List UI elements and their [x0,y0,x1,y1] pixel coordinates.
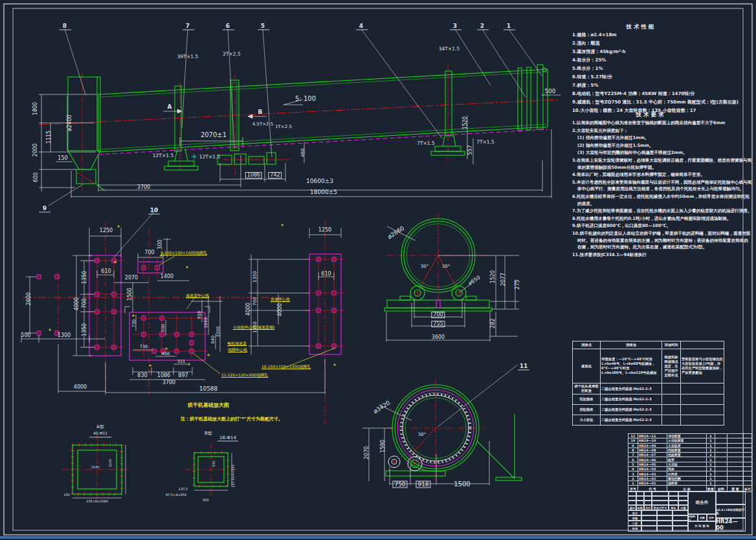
anchor-bolts [36,256,337,354]
bom-cell: 3 [628,471,638,476]
text-line: 10.烘干机旋向的判定是以人体站立在烘干炉端，即是烘干机的进料端，面对出料端，观… [572,230,752,251]
bom-cell: 挡轮装置 [667,448,707,452]
assembly-label: 组合件 [687,491,717,515]
bom-cell [744,443,752,448]
bom-cell: 1 [707,481,715,485]
lub-cell [662,415,681,426]
bom-cell: 小齿轮装置 [667,438,707,443]
title-block-right: ø2.4×18米转筒烘干机 HR24—00 [715,491,744,530]
bom-cell: HR24—06 [638,457,667,462]
bom-cell [744,481,752,485]
cyan-marker [192,154,197,159]
bom-cell [744,457,752,462]
bom-cell [744,448,752,452]
bom-cell: 6 [628,457,638,462]
lub-header [681,341,724,349]
text-line: 5.本设计考虑挡轮全部承受筒体轴向载荷与以前设计不同，因而必须严格保证托轮轴中心… [572,179,752,193]
bom-cell: 1 [707,457,715,462]
lub-cell: 减速机 [573,349,601,383]
bom-cell [728,448,744,452]
bom-cell [728,453,744,457]
lub-cell: 二硫化钼复合钙基脂 MoS2-2-3 [601,394,662,405]
text-line: 4.初水分：25% [572,56,748,65]
bom-cell [728,476,744,481]
bom-cell [715,457,728,462]
lub-header: 润滑油 [601,341,662,349]
bom-cell: 1 [707,443,715,448]
sheet-count: 共 张 第 张 [687,521,717,532]
bom-cell: 大齿轮罩 [667,443,707,448]
bom-cell [728,467,744,471]
title-block-center: 组合件 阶段标记 质量 比例 共 张 第 张 [687,491,715,530]
note-leaders [159,256,335,374]
bom-cell [728,438,744,443]
bom-cell [728,443,744,448]
bom-cell: 进料罩 [667,481,707,485]
bom-cell [728,462,744,466]
bom-cell: 1 [707,434,715,438]
bom-cell: 1 [707,448,715,452]
text-line: 11.技术要求按JC334.1—94标准执行 [572,252,752,259]
text-line: 6.托轮水槽应经常保持一定水位，使托轮轮缘浸入水中约50mm，并经常使水保持清洁… [572,193,752,207]
bom-cell: HR24—07 [638,453,667,457]
section-b-view [386,385,522,481]
drawing-sheet: 87654321910111800ø2400111520006001503700… [0,0,756,540]
bom-cell: 1 [707,476,715,481]
lub-cell: 二硫化钼复合钙基脂 MoS2-2-3 [601,383,662,394]
text-line: 7.为了减少托轮和轮带表面磨损，应在托轮水槽的水面上加入少量的粘度较大的机油进行… [572,208,752,215]
bom-cell: HR24—08 [638,448,667,452]
drawing-number: HR24—00 [715,517,746,532]
tech-requirements-title: 技 术 要 求 [572,111,728,119]
bom-cell: HR24—01 [638,481,667,485]
bom-cell: HR24—04 [638,467,667,471]
bom-cell: 8 [628,448,638,452]
text-line: 9.烘干机进口温度800℃，出口温度80—100℃。 [572,222,752,230]
bom-cell [744,467,752,471]
lub-cell [681,394,724,405]
bom-cell [715,481,728,485]
lub-cell: 安装前应将与小齿轮啮合的大齿轮轮齿涂上Ⅰ号脂，并在试生产时定期重新涂刷，产后更换… [681,349,724,383]
text-line: 7.斜度：5% [572,81,748,90]
bom-cell: 1 [628,481,638,485]
drum-side-view [68,65,548,191]
lub-cell: 挡轮轴承 [573,405,601,415]
bom-cell [728,457,744,462]
lub-cell: 环境温度：—10℃~+40℃时用 L-cke46号、L-cke68号机械油， 0… [601,349,662,383]
bom-cell [715,434,728,438]
bom-cell: 轮带 [667,457,707,462]
bom-cell [715,467,728,471]
bom-cell [744,476,752,481]
lub-cell: 托轮轴承 [573,394,601,405]
tech-performance-title: 技 术 性 能 [572,23,708,31]
role-cell [672,525,689,532]
lub-cell: 二硫化钼复合钙基脂 MoS2-2-3 [601,405,662,415]
bom-cell [715,438,728,443]
role-cell [641,525,658,532]
lub-cell [681,415,724,426]
bom-cell: 5 [628,462,638,466]
bom-cell [744,462,752,466]
tech-requirements-items: 1.以筒体的两端面中心线为准在垂直于轴线的断面上的两点径向偏差不大于6mm2.大… [572,120,752,258]
lub-header: 润滑点 [573,341,601,349]
bom-cell [728,481,744,485]
text-line: (3) 大齿轮与邻近挡圈的轴向中心线偏差不得超过2mm。 [572,149,752,157]
bom-cell: HR24—11 [638,434,667,438]
bom-cell: 大齿轮 [667,462,707,466]
text-line: 1.规格：ø2.4×18m [572,31,748,39]
text-line: 8.托轮水槽用水量每个托轮约0.1吨/小时，进出水管由用户根据实际情况现场制做。 [572,215,752,222]
lub-cell [681,383,724,394]
bom-cell: 4 [628,467,638,471]
lub-cell: 根据实际降温情况选定，生产过程中定期补充 [662,349,681,383]
bom-cell: 出料罩 [667,471,707,476]
bom-cell: 托轮装置 [667,453,707,457]
bom-cell [744,438,752,443]
bom-cell: 传动装置 [667,434,707,438]
drawing-title: ø2.4×18米转筒烘干机 [715,504,746,519]
bom-cell: 9 [628,443,638,448]
bom-table: 11HR24—11传动装置110HR24—10小齿轮装置19HR24—09大齿轮… [628,433,752,492]
bom-cell: HR24—02 [638,476,667,481]
text-line: 5.终水分：1% [572,65,748,73]
bom-cell: 窜动挡圈 [667,476,707,481]
title-block: 11HR24—11传动装置110HR24—10小齿轮装置19HR24—09大齿轮… [628,433,744,530]
text-line: 3.在筒体上安装大齿轮弹簧板时，必须将大齿轮调校正确后，拧紧紧固螺栓、然后在弹簧… [572,157,752,171]
